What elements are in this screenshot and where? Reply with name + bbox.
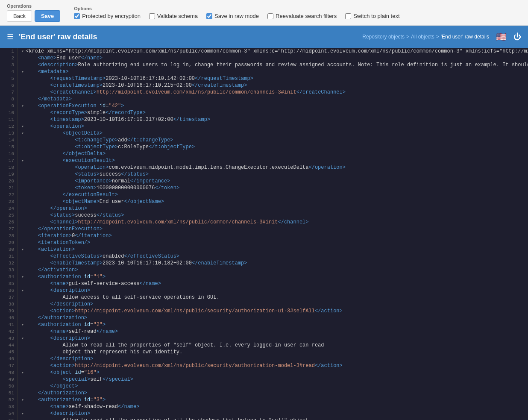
fold-arrow[interactable]: ▾ xyxy=(21,274,26,281)
line-number: 21 xyxy=(0,185,18,191)
line-number: 11 xyxy=(0,116,18,123)
page-header: ☰ 'End user' raw details Repository obje… xyxy=(0,26,528,48)
back-button[interactable]: Back xyxy=(7,10,32,22)
breadcrumb: Repository objects>All objects>'End user… xyxy=(362,34,489,40)
option-validate[interactable]: Validate schema xyxy=(149,13,198,19)
code-line: <t:objectType>c:RoleType</t:objectType> xyxy=(21,144,528,150)
code-line: <timestamp>2023-10-10T16:17:10.317+02:00… xyxy=(21,116,528,123)
option-label-plaintext: Switch to plain text xyxy=(353,13,399,19)
breadcrumb-link[interactable]: All objects xyxy=(411,34,434,40)
line-number: 49 xyxy=(0,376,18,383)
line-number: 24 xyxy=(0,205,18,212)
code-line: <action>http://midpoint.evolveum.com/xml… xyxy=(21,308,528,314)
line-number: 37 xyxy=(0,294,18,301)
fold-arrow[interactable]: ▾ xyxy=(21,158,26,164)
option-reevaluate[interactable]: Reevaluate search filters xyxy=(267,13,337,19)
toolbar-buttons: Back Save xyxy=(7,10,60,22)
code-line: <enableTimestamp>2023-10-10T16:17:10.182… xyxy=(21,260,528,267)
line-number: 9 xyxy=(0,103,18,109)
code-line: </authorization> xyxy=(21,314,528,321)
line-number: 45 xyxy=(0,349,18,355)
fold-arrow[interactable]: ▾ xyxy=(21,411,26,417)
options-checkboxes: Protected by encryptionValidate schemaSa… xyxy=(74,13,399,19)
line-number: 10 xyxy=(0,109,18,116)
page-header-left: ☰ 'End user' raw details xyxy=(7,32,97,41)
line-number: 26 xyxy=(0,219,18,226)
toolbar: Operations Back Save Options Protected b… xyxy=(0,0,528,26)
code-line: object that represent his own identity. xyxy=(21,349,528,355)
checkbox-validate[interactable] xyxy=(149,13,155,19)
fold-arrow[interactable]: ▾ xyxy=(21,48,26,55)
fold-arrow[interactable]: ▾ xyxy=(21,288,26,294)
code-line: ▾ <executionResult> xyxy=(21,157,528,164)
page-header-right: Repository objects>All objects>'End user… xyxy=(362,32,521,42)
checkbox-plaintext[interactable] xyxy=(345,13,351,19)
line-number: 6 xyxy=(0,82,18,89)
code-line: ▾ <description> xyxy=(21,287,528,294)
code-line: Allow access to all self-service operati… xyxy=(21,294,528,301)
fold-arrow[interactable]: ▾ xyxy=(21,247,26,253)
line-number: 18 xyxy=(0,164,18,171)
line-number: 46 xyxy=(0,355,18,362)
fold-arrow[interactable]: ▾ xyxy=(21,370,26,376)
line-number: 39 xyxy=(0,308,18,314)
code-line: <iteration>0</iteration> xyxy=(21,232,528,239)
line-number: 12 xyxy=(0,123,18,130)
page-title: 'End user' raw details xyxy=(19,32,97,41)
fold-arrow[interactable]: ▾ xyxy=(21,123,26,130)
line-number: 17 xyxy=(0,157,18,164)
code-line: <special>self</special> xyxy=(21,376,528,383)
fold-arrow[interactable]: ▾ xyxy=(21,69,26,76)
line-number: 36 xyxy=(0,287,18,294)
code-line: <name>gui-self-service-access</name> xyxy=(21,280,528,287)
line-number: 22 xyxy=(0,191,18,198)
option-label-rawmode: Save in raw mode xyxy=(214,13,259,19)
option-rawmode[interactable]: Save in raw mode xyxy=(206,13,259,19)
line-number: 34 xyxy=(0,273,18,280)
save-button[interactable]: Save xyxy=(35,10,60,22)
code-line: Allow to read all the properties of "sel… xyxy=(21,342,528,349)
line-number: 43 xyxy=(0,335,18,342)
checkbox-rawmode[interactable] xyxy=(206,13,212,19)
code-line: <operation>com.evolveum.midpoint.model.i… xyxy=(21,164,528,171)
code-line: ▾ <description> xyxy=(21,335,528,342)
code-line: <name>self-read</name> xyxy=(21,328,528,335)
fold-arrow[interactable]: ▾ xyxy=(21,335,26,342)
checkbox-protected[interactable] xyxy=(74,13,80,19)
line-number: 51 xyxy=(0,390,18,397)
code-line: ▾ <operation> xyxy=(21,123,528,130)
options-section: Options Protected by encryptionValidate … xyxy=(74,6,399,19)
line-number: 20 xyxy=(0,178,18,185)
code-line: <name>self-shadow-read</name> xyxy=(21,403,528,410)
breadcrumb-link[interactable]: Repository objects xyxy=(362,34,405,40)
editor-area: 1234567891011121314151617181920212223242… xyxy=(0,48,528,420)
line-number: 30 xyxy=(0,246,18,253)
hamburger-icon[interactable]: ☰ xyxy=(7,32,14,41)
code-line: <status>success</status> xyxy=(21,212,528,219)
code-line: ▾ <authorization id="2"> xyxy=(21,321,528,328)
line-number: 8 xyxy=(0,96,18,103)
code-line: ▾ <objectDelta> xyxy=(21,130,528,137)
line-number: 16 xyxy=(0,150,18,157)
line-number: 53 xyxy=(0,403,18,410)
fold-arrow[interactable]: ▾ xyxy=(21,130,26,137)
line-number: 40 xyxy=(0,314,18,321)
code-line: ▾ <authorization id="3"> xyxy=(21,397,528,403)
line-numbers: 1234567891011121314151617181920212223242… xyxy=(0,48,18,420)
line-number: 14 xyxy=(0,137,18,144)
breadcrumb-sep: > xyxy=(436,34,439,40)
flag-icon[interactable]: 🇺🇸 xyxy=(496,32,507,42)
option-protected[interactable]: Protected by encryption xyxy=(74,13,141,19)
code-line: ▾ <metadata> xyxy=(21,68,528,75)
line-number: 3 xyxy=(0,62,18,68)
checkbox-reevaluate[interactable] xyxy=(267,13,273,19)
option-plaintext[interactable]: Switch to plain text xyxy=(345,13,399,19)
line-number: 41 xyxy=(0,321,18,328)
fold-arrow[interactable]: ▾ xyxy=(21,322,26,329)
fold-arrow[interactable]: ▾ xyxy=(21,103,26,110)
line-number: 50 xyxy=(0,383,18,390)
code-line: <objectName>End user</objectName> xyxy=(21,198,528,205)
power-icon[interactable]: ⏻ xyxy=(513,32,521,41)
fold-arrow[interactable]: ▾ xyxy=(21,397,26,404)
line-number: 25 xyxy=(0,212,18,219)
